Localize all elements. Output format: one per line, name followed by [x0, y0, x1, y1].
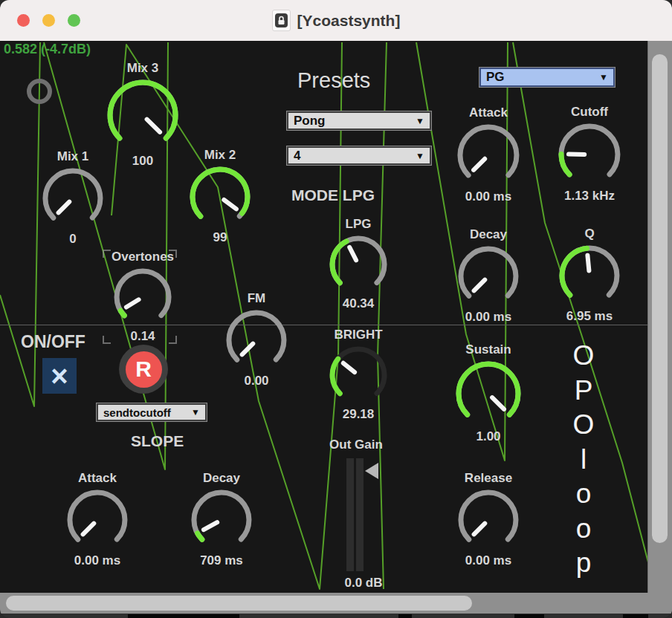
knob-value: 0.00 ms — [465, 189, 511, 206]
knob-bright[interactable]: BRIGHT29.18 — [310, 327, 407, 423]
selection-bracket — [169, 336, 177, 344]
titlebar: [Ycoastsynth] — [0, 0, 672, 42]
knob-value: 0.14 — [130, 329, 155, 345]
knob-dial — [326, 343, 390, 407]
knob-attack[interactable]: Attack0.00 ms — [440, 105, 537, 206]
mode-lpg-label: MODE LPG — [291, 186, 375, 204]
pg-select-value: PG — [486, 70, 505, 85]
selection-bracket — [103, 250, 111, 258]
knob-q[interactable]: Q6.95 ms — [541, 226, 638, 325]
knob-value: 0 — [69, 232, 76, 248]
selection-bracket — [103, 336, 111, 344]
knob-label: Q — [584, 226, 594, 242]
on-off-toggle[interactable]: × — [42, 358, 77, 394]
knob-dial — [455, 487, 522, 553]
knob-dial — [555, 120, 624, 189]
knob-label: Mix 3 — [127, 60, 159, 77]
window-title: [Ycoastsynth] — [297, 12, 401, 30]
vertical-letter: O — [573, 408, 595, 443]
knob-value: 99 — [213, 230, 227, 247]
knob-dial — [455, 243, 522, 310]
knob-value: 1.13 kHz — [564, 189, 615, 205]
knob-slope-attack[interactable]: Attack0.00 ms — [49, 470, 146, 570]
knob-cutoff[interactable]: Cutoff1.13 kHz — [541, 104, 638, 205]
vertical-letter: p — [576, 546, 592, 581]
knob-label: Mix 2 — [204, 147, 236, 163]
knob-value: 1.00 — [476, 429, 500, 446]
vertical-scrollbar-thumb[interactable] — [652, 54, 668, 543]
preset-number-select[interactable]: 4 ▼ — [287, 146, 431, 165]
preset-number-value: 4 — [294, 149, 300, 163]
on-off-label: ON/OFF — [21, 332, 85, 352]
knob-release[interactable]: Release0.00 ms — [440, 470, 537, 570]
knob-slope-decay[interactable]: Decay709 ms — [173, 470, 270, 570]
knob-decay[interactable]: Decay0.00 ms — [440, 227, 537, 326]
horizontal-scrollbar[interactable] — [0, 593, 672, 614]
horizontal-scrollbar-thumb[interactable] — [6, 596, 472, 611]
knob-label: LPG — [346, 216, 372, 232]
knob-mix2[interactable]: Mix 299 — [172, 147, 268, 247]
knob-value: 0.00 — [244, 374, 268, 390]
knob-value: 29.18 — [343, 407, 375, 423]
record-button-label: R — [135, 357, 152, 382]
knob-dial — [326, 232, 390, 296]
knob-sustain[interactable]: Sustain1.00 — [440, 342, 537, 446]
knob-dial — [187, 163, 253, 230]
out-gain-value: 0.0 dB — [332, 576, 395, 591]
gain-readout: 0.582 (-4.7dB) — [4, 42, 91, 57]
knob-mix1[interactable]: Mix 10 — [25, 149, 121, 248]
scrollbar-corner — [648, 593, 672, 614]
vertical-letter: o — [576, 512, 592, 547]
knob-dial — [111, 265, 175, 329]
knob-dial — [104, 77, 181, 154]
small-dial[interactable] — [27, 79, 52, 104]
vertical-letter: P — [575, 374, 593, 409]
knob-dial — [39, 165, 106, 232]
x-icon: × — [51, 361, 68, 391]
knob-fm[interactable]: FM0.00 — [208, 290, 305, 390]
desktop-edge-strip — [0, 614, 672, 618]
patch-lock-icon — [272, 10, 291, 31]
knob-value: 0.00 ms — [74, 553, 120, 570]
record-button[interactable]: R — [119, 345, 168, 394]
knob-label: Decay — [203, 470, 240, 487]
knob-value: 709 ms — [200, 553, 243, 570]
knob-value: 6.95 ms — [566, 309, 613, 325]
knob-dial — [188, 487, 255, 553]
patcher-canvas: 0.582 (-4.7dB) Presets Pong ▼ 4 ▼ PG ▼ M… — [0, 41, 648, 593]
knob-value: 0.00 ms — [465, 310, 511, 326]
knob-label: Decay — [470, 227, 507, 243]
knob-dial — [64, 487, 131, 553]
knob-value: 40.34 — [343, 296, 375, 313]
ycoastsynth-window: [Ycoastsynth] 0.582 (-4.7dB) Presets Pon… — [0, 0, 672, 618]
knob-label: Release — [465, 470, 512, 487]
gain-meter-bar — [346, 458, 354, 571]
send-destination-select[interactable]: sendtocutoff ▼ — [97, 403, 207, 421]
knob-label: Cutoff — [571, 104, 608, 120]
vertical-letter: l — [581, 443, 587, 478]
chevron-down-icon: ▼ — [599, 72, 608, 82]
pg-select[interactable]: PG ▼ — [479, 68, 615, 87]
knob-overtones[interactable]: Overtones0.14 — [94, 249, 191, 345]
presets-heading: Presets — [297, 68, 370, 93]
knob-dial — [453, 358, 524, 429]
vertical-letter: O — [573, 339, 595, 374]
preset-select[interactable]: Pong ▼ — [287, 111, 431, 130]
chevron-down-icon: ▼ — [416, 116, 424, 126]
knob-dial — [454, 121, 523, 189]
knob-label: FM — [248, 290, 266, 307]
knob-label: Mix 1 — [57, 149, 89, 165]
knob-label: Sustain — [465, 342, 511, 358]
preset-select-value: Pong — [294, 114, 326, 129]
knob-label: Overtones — [112, 249, 174, 265]
vertical-scrollbar[interactable] — [647, 41, 672, 593]
knob-lpg[interactable]: LPG40.34 — [310, 216, 407, 313]
out-gain-slider[interactable] — [346, 458, 381, 571]
knob-label: Attack — [78, 470, 117, 487]
opoloop-vertical-text: OPOloop — [566, 339, 601, 581]
gain-slider-handle[interactable] — [365, 463, 378, 479]
gain-meter-bar — [356, 458, 364, 571]
knob-label: BRIGHT — [334, 327, 382, 343]
knob-label: Attack — [469, 105, 508, 121]
send-destination-value: sendtocutoff — [103, 406, 171, 419]
